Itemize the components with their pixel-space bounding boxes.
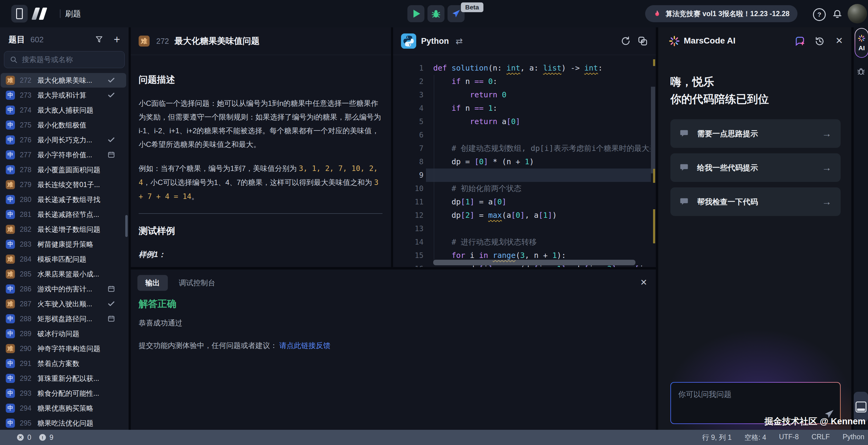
problem-list-item[interactable]: 中275最小化数组极值 <box>1 118 126 132</box>
problem-list-item[interactable]: 难279最长连续交替01子... <box>1 177 126 192</box>
problem-number: 292 <box>20 375 37 383</box>
search-input[interactable] <box>21 55 121 64</box>
reset-code-icon[interactable] <box>621 36 631 46</box>
problem-title: 糖果优惠购买策略 <box>37 404 126 413</box>
problem-list-item[interactable]: 中286游戏中的伤害计... <box>1 281 126 296</box>
problem-title: 最大异或和计算 <box>37 91 107 100</box>
status-item[interactable]: 行 9, 列 1 <box>702 433 732 442</box>
help-icon[interactable]: ? <box>813 8 826 21</box>
problem-number: 272 <box>20 76 37 85</box>
ai-suggestion-card[interactable]: 帮我检查一下代码→ <box>671 187 841 216</box>
status-item[interactable]: Python <box>842 433 864 442</box>
close-output-icon[interactable]: ✕ <box>640 277 647 288</box>
add-icon[interactable]: + <box>114 35 120 44</box>
problem-list-item[interactable]: 中278最小覆盖圆面积问题 <box>1 162 126 177</box>
sidebar-scrollbar[interactable] <box>125 215 128 237</box>
problem-list-item[interactable]: 中273最大异或和计算 <box>1 88 126 102</box>
close-ai-icon[interactable]: ✕ <box>835 35 843 46</box>
difficulty-badge: 中 <box>6 165 15 174</box>
problem-list-item[interactable]: 中280最长递减子数组寻找 <box>1 192 126 207</box>
problem-list-item[interactable]: 中283树苗健康提升策略 <box>1 237 126 251</box>
problem-list-item[interactable]: 中276最小周长巧克力... <box>1 132 126 147</box>
problem-list-item[interactable]: 难272最大化糖果美味... <box>1 73 126 88</box>
problem-list-item[interactable]: 中277最小字符串价值... <box>1 148 126 162</box>
code-line: # 创建动态规划数组, dp[i]表示考虑前i个糖果时的最大美味值 <box>433 142 650 155</box>
problem-list-item[interactable]: 中291禁着点方案数 <box>1 356 126 371</box>
problem-list-item[interactable]: 难290神奇字符串构造问题 <box>1 341 126 356</box>
difficulty-badge: 中 <box>6 120 15 129</box>
fire-icon <box>653 10 661 18</box>
ai-suggestion-card[interactable]: 给我一些代码提示→ <box>671 153 841 182</box>
divider <box>60 9 61 18</box>
problem-list-item[interactable]: 中288矩形棋盘路径问... <box>1 312 126 326</box>
status-item[interactable]: UTF-8 <box>779 433 799 442</box>
switch-language-icon[interactable]: ⇄ <box>456 36 463 46</box>
status-item[interactable]: CRLF <box>811 433 830 442</box>
ai-assistant-toggle[interactable]: AI <box>855 28 868 58</box>
code-lines: def solution(n: int, a: list) -> int: if… <box>433 61 650 267</box>
daily-note-icon <box>107 151 115 159</box>
line-number: 7 <box>393 142 424 155</box>
line-number: 10 <box>393 182 424 195</box>
problem-list-item[interactable]: 中289破冰行动问题 <box>1 326 126 341</box>
ai-header: MarsCode AI ✕ <box>658 27 851 55</box>
run-button[interactable] <box>407 5 425 22</box>
search-box[interactable] <box>4 51 125 68</box>
problem-list-item[interactable]: 中295糖果吃法优化问题 <box>1 416 126 430</box>
problem-title: 禁着点方案数 <box>37 359 126 368</box>
history-icon[interactable] <box>814 36 825 47</box>
solved-check-icon <box>107 91 115 99</box>
difficulty-badge: 难 <box>6 269 15 278</box>
horizontal-scrollbar[interactable] <box>433 260 636 265</box>
vertical-scrollbar[interactable] <box>651 55 655 267</box>
problem-list-item[interactable]: 中292算珠重新分配以获... <box>1 371 126 386</box>
feedback-link[interactable]: 请点此链接反馈 <box>279 341 331 350</box>
problem-title: 最长递增子数组问题 <box>37 225 126 234</box>
problem-title: 最大化糖果美味值问题 <box>175 35 260 47</box>
compare-code-icon[interactable] <box>638 36 648 46</box>
code-editor[interactable]: 12345678910111213141516 def solution(n: … <box>393 55 656 267</box>
problem-list-item[interactable]: 难285水果店果篮最小成... <box>1 267 126 281</box>
code-line: if n == 1: <box>433 101 650 115</box>
line-numbers: 12345678910111213141516 <box>393 61 424 267</box>
problem-list-item[interactable]: 中293粮食分配的可能性... <box>1 386 126 400</box>
editor-status-items: 行 9, 列 1空格: 4UTF-8CRLFPython <box>702 433 864 442</box>
problem-list-item[interactable]: 中274最大敌人捕获问题 <box>1 103 126 117</box>
problem-list-item[interactable]: 难282最长递增子数组问题 <box>1 222 126 237</box>
tab-output[interactable]: 输出 <box>137 275 168 291</box>
problem-title: 神奇字符串构造问题 <box>37 344 126 353</box>
play-icon <box>413 10 420 18</box>
code-line: return 0 <box>433 88 650 101</box>
problem-list-item[interactable]: 中281最长递减路径节点... <box>1 207 126 222</box>
problem-list-item[interactable]: 中294糖果优惠购买策略 <box>1 401 126 415</box>
contest-banner[interactable]: 算法竞技赛 vol1 3报名啦！12.23 -12.28 <box>645 5 798 22</box>
chat-bubble-icon <box>680 197 689 206</box>
debug-panel-icon[interactable] <box>856 66 866 76</box>
problem-number: 295 <box>20 419 37 427</box>
difficulty-badge: 难 <box>6 180 15 189</box>
ai-assistant-panel: MarsCode AI ✕ 嗨，悦乐 你的代码陪练已到位 需要一点思路提示→给我… <box>658 27 851 430</box>
problem-title: 最小化数组极值 <box>37 120 126 130</box>
problem-title: 糖果吃法优化问题 <box>37 419 126 428</box>
ai-suggestion-card[interactable]: 需要一点思路提示→ <box>671 119 841 148</box>
status-item[interactable]: 空格: 4 <box>745 433 767 442</box>
filter-icon[interactable] <box>95 35 103 44</box>
problem-list-item[interactable]: 难284模板串匹配问题 <box>1 252 126 266</box>
tab-debug-console[interactable]: 调试控制台 <box>179 278 215 288</box>
debug-button[interactable] <box>428 5 444 22</box>
sidebar-toggle-button[interactable] <box>11 5 28 23</box>
problem-title: 模板串匹配问题 <box>37 255 126 264</box>
solved-check-icon <box>107 300 115 308</box>
problems-status[interactable]: ✕ 0 ! 9 <box>17 434 58 442</box>
new-chat-icon[interactable] <box>795 36 805 47</box>
errors-icon: ✕ <box>17 434 24 441</box>
scrollbar-thumb[interactable] <box>651 87 655 173</box>
problem-list-item[interactable]: 难287火车驶入驶出顺... <box>1 297 126 311</box>
app-name: 刷题 <box>65 0 81 27</box>
notifications-bell-icon[interactable] <box>832 8 843 20</box>
result-status: 解答正确 <box>138 297 176 310</box>
problem-number: 274 <box>20 106 37 114</box>
problem-number: 289 <box>20 330 37 338</box>
line-number: 2 <box>393 75 424 88</box>
user-avatar[interactable] <box>848 4 867 23</box>
